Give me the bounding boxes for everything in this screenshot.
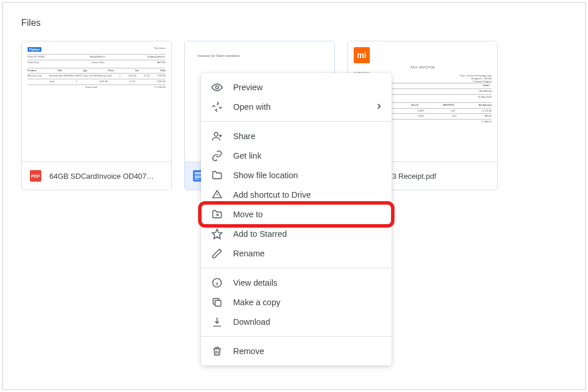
menu-show-location[interactable]: Show file location: [201, 166, 392, 185]
trash-icon: [211, 345, 223, 357]
open-with-icon: [211, 101, 223, 113]
menu-label: Add to Starred: [233, 229, 287, 239]
menu-rename[interactable]: Rename: [201, 244, 392, 263]
menu-add-shortcut[interactable]: Add shortcut to Drive: [201, 185, 392, 205]
section-title: Files: [21, 18, 567, 28]
mi-logo: mi: [354, 47, 370, 63]
menu-label: Remove: [233, 347, 264, 356]
drive-shortcut-icon: [211, 189, 223, 201]
file-card[interactable]: Flipkart Tax Invoice Order ID: OD407…Bil…: [21, 41, 172, 190]
doc-thumb-title: Invoices for Team members: [191, 47, 328, 65]
menu-divider: [201, 336, 392, 337]
svg-rect-4: [215, 301, 221, 306]
pencil-icon: [211, 248, 223, 259]
menu-label: Share: [233, 132, 256, 141]
menu-preview[interactable]: Preview: [201, 78, 392, 97]
menu-label: Download: [233, 317, 270, 326]
menu-label: Show file location: [233, 171, 298, 180]
menu-download[interactable]: Download: [201, 312, 392, 332]
chevron-right-icon: [377, 102, 381, 112]
file-footer: PDF 64GB SDCardInvoice OD407…: [22, 162, 171, 190]
menu-view-details[interactable]: View details: [201, 273, 392, 293]
tax-invoice-title: TAX INVOICE: [354, 66, 492, 70]
svg-marker-2: [212, 229, 222, 239]
menu-share[interactable]: Share: [201, 126, 392, 146]
menu-label: Get link: [233, 151, 261, 160]
menu-label: Add shortcut to Drive: [233, 190, 311, 199]
context-menu: Preview Open with Share Get link Show fi…: [201, 73, 392, 366]
menu-make-copy[interactable]: Make a copy: [201, 293, 392, 312]
menu-label: Make a copy: [233, 298, 280, 307]
copy-icon: [211, 297, 223, 308]
menu-divider: [201, 121, 392, 122]
menu-label: Rename: [233, 249, 265, 258]
folder-move-icon: [211, 209, 223, 220]
folder-icon: [211, 170, 223, 181]
info-icon: [211, 277, 223, 289]
menu-divider: [201, 268, 392, 268]
menu-label: Open with: [233, 102, 270, 112]
menu-move-to[interactable]: Move to: [201, 205, 392, 224]
eye-icon: [211, 82, 223, 93]
person-add-icon: [211, 130, 223, 142]
menu-label: View details: [233, 278, 277, 287]
menu-label: Preview: [233, 83, 263, 92]
svg-point-1: [214, 132, 218, 136]
menu-label: Move to: [233, 210, 263, 219]
menu-remove[interactable]: Remove: [201, 341, 392, 361]
menu-add-starred[interactable]: Add to Starred: [201, 224, 392, 244]
flipkart-logo: Flipkart: [28, 47, 41, 52]
download-icon: [211, 316, 223, 328]
svg-point-0: [216, 86, 219, 89]
file-name: 64GB SDCardInvoice OD407…: [49, 172, 154, 180]
menu-open-with[interactable]: Open with: [201, 97, 392, 117]
pdf-icon: PDF: [30, 170, 41, 182]
menu-get-link[interactable]: Get link: [201, 146, 392, 166]
link-icon: [211, 150, 223, 162]
file-thumbnail: Flipkart Tax Invoice Order ID: OD407…Bil…: [22, 41, 171, 162]
star-icon: [211, 228, 223, 240]
